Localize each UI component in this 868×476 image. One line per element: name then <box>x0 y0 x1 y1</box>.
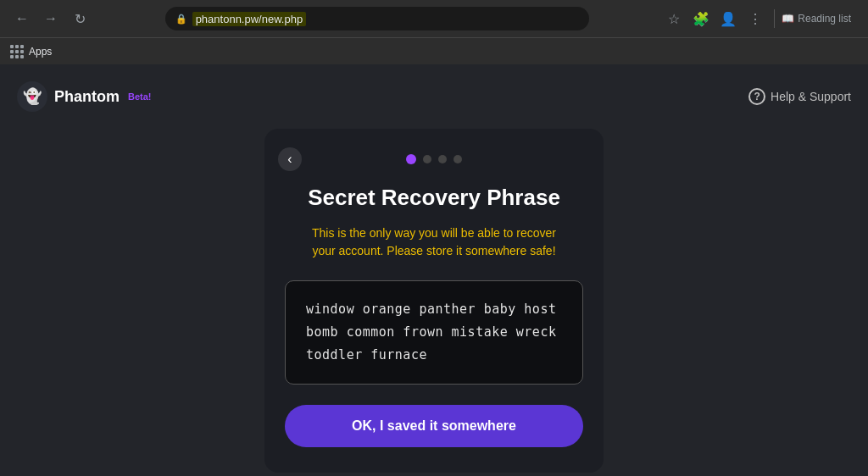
extensions-button[interactable]: 🧩 <box>689 7 713 30</box>
nav-buttons: ← → ↻ <box>10 7 92 30</box>
back-arrow-icon: ‹ <box>287 152 292 167</box>
recovery-phrase-card: ‹ Secret Recovery Phrase This is the onl… <box>264 129 604 473</box>
ghost-icon: 👻 <box>23 87 42 106</box>
step-dot-4 <box>453 155 462 163</box>
help-icon: ? <box>748 88 765 105</box>
beta-badge: Beta! <box>128 91 152 102</box>
apps-label: Apps <box>29 46 52 58</box>
browser-chrome: ← → ↻ 🔒 phantonn.pw/new.php ☆ 🧩 👤 ⋮ 📖 Re… <box>0 0 868 64</box>
forward-button[interactable]: → <box>39 7 63 30</box>
logo-text: Phantom <box>54 88 120 106</box>
phrase-line-1: window orange panther baby host <box>306 302 556 317</box>
lock-icon: 🔒 <box>175 14 187 25</box>
refresh-button[interactable]: ↻ <box>68 7 92 30</box>
toolbar-right: ☆ 🧩 👤 ⋮ 📖 Reading list <box>662 7 858 30</box>
ok-saved-button[interactable]: OK, I saved it somewhere <box>285 405 583 447</box>
url-text[interactable]: phantonn.pw/new.php <box>192 12 307 26</box>
step-dot-1 <box>406 154 416 164</box>
phrase-text: window orange panther baby host bomb com… <box>306 298 562 367</box>
address-bar[interactable]: 🔒 phantonn.pw/new.php <box>165 7 589 30</box>
help-link[interactable]: ? Help & Support <box>748 88 851 105</box>
reading-list-icon: 📖 <box>782 13 794 25</box>
help-label: Help & Support <box>771 90 851 103</box>
apps-button[interactable]: Apps <box>10 45 52 58</box>
card-subtitle: This is the only way you will be able to… <box>312 224 556 260</box>
top-bar: 👻 Phantom Beta! ? Help & Support <box>17 81 851 112</box>
apps-grid-icon <box>10 45 24 58</box>
phrase-line-3: toddler furnace <box>306 347 427 363</box>
page-content: 👻 Phantom Beta! ? Help & Support ‹ Secre… <box>0 64 868 476</box>
browser-toolbar: ← → ↻ 🔒 phantonn.pw/new.php ☆ 🧩 👤 ⋮ 📖 Re… <box>0 0 868 37</box>
bookmarks-bar: Apps <box>0 37 868 64</box>
phrase-line-2: bomb common frown mistake wreck <box>306 324 556 340</box>
card-title: Secret Recovery Phrase <box>308 185 560 211</box>
reading-list-button[interactable]: 📖 Reading list <box>774 9 858 28</box>
step-dot-2 <box>423 155 431 163</box>
step-dot-3 <box>438 155 447 163</box>
profile-button[interactable]: 👤 <box>716 7 740 30</box>
bookmark-star-button[interactable]: ☆ <box>662 7 686 30</box>
reading-list-label: Reading list <box>798 13 851 25</box>
phrase-box: window orange panther baby host bomb com… <box>285 280 583 385</box>
phantom-logo-icon: 👻 <box>17 81 47 112</box>
step-dots: ‹ <box>285 154 583 164</box>
back-step-button[interactable]: ‹ <box>278 147 302 171</box>
menu-button[interactable]: ⋮ <box>743 7 767 30</box>
back-button[interactable]: ← <box>10 7 34 30</box>
logo-area: 👻 Phantom Beta! <box>17 81 152 112</box>
